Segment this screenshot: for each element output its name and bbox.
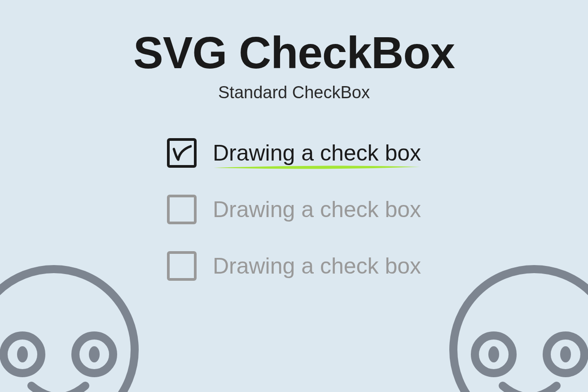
checkbox-list: Drawing a check box Drawing a check box (167, 138, 421, 281)
check-icon (172, 143, 192, 163)
svg-point-9 (560, 346, 571, 362)
checkbox-item-1[interactable]: Drawing a check box (167, 138, 421, 168)
main-container: SVG CheckBox Standard CheckBox Drawing a… (0, 0, 588, 281)
checkbox-label: Drawing a check box (213, 142, 421, 164)
checkbox-item-3[interactable]: Drawing a check box (167, 251, 421, 281)
decorative-face-left (0, 260, 144, 392)
checkbox-box[interactable] (167, 138, 197, 168)
checkbox-box[interactable] (167, 195, 197, 224)
checkbox-box[interactable] (167, 251, 197, 281)
checkbox-label: Drawing a check box (213, 198, 421, 221)
checkbox-item-2[interactable]: Drawing a check box (167, 195, 421, 224)
decorative-face-right (444, 260, 588, 392)
svg-point-2 (17, 346, 28, 362)
svg-point-7 (488, 346, 499, 362)
page-subtitle: Standard CheckBox (218, 83, 370, 102)
svg-point-4 (89, 346, 100, 362)
checkbox-label: Drawing a check box (213, 255, 421, 277)
page-title: SVG CheckBox (133, 27, 455, 78)
highlight-underline (213, 163, 421, 171)
